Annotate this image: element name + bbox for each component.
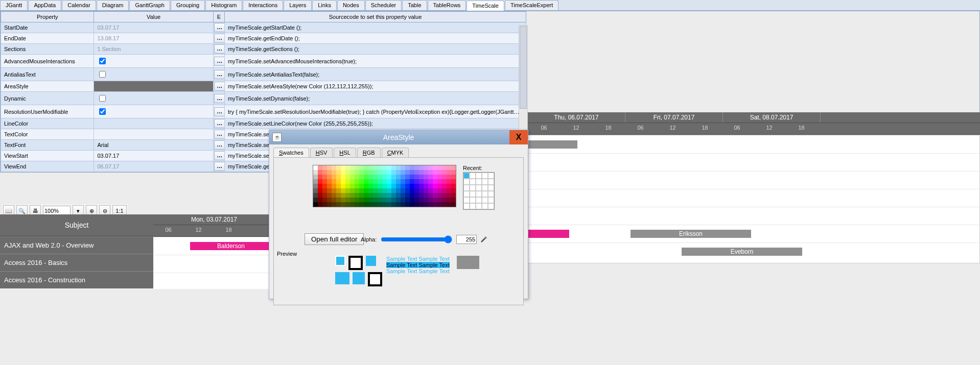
swatch[interactable] xyxy=(451,188,456,193)
swatch[interactable] xyxy=(327,184,332,188)
swatch[interactable] xyxy=(387,179,391,184)
swatch[interactable] xyxy=(332,193,336,198)
swatch[interactable] xyxy=(410,193,414,198)
value-checkbox[interactable] xyxy=(99,108,106,115)
swatch[interactable] xyxy=(391,193,396,198)
tab-links[interactable]: Links xyxy=(312,0,337,10)
swatch[interactable] xyxy=(364,198,368,202)
recent-swatches[interactable] xyxy=(463,172,495,210)
swatch[interactable] xyxy=(318,184,322,188)
swatch[interactable] xyxy=(382,202,387,207)
recent-swatch[interactable] xyxy=(488,173,494,179)
swatch[interactable] xyxy=(345,170,350,175)
swatch[interactable] xyxy=(355,179,359,184)
swatch[interactable] xyxy=(368,165,373,170)
swatch[interactable] xyxy=(341,170,345,175)
swatch[interactable] xyxy=(359,165,364,170)
swatch[interactable] xyxy=(318,175,322,179)
swatch[interactable] xyxy=(433,175,437,179)
swatch[interactable] xyxy=(359,179,364,184)
edit-button[interactable]: … xyxy=(214,151,225,160)
swatch[interactable] xyxy=(447,202,451,207)
swatch[interactable] xyxy=(382,170,387,175)
swatch[interactable] xyxy=(451,202,456,207)
swatch[interactable] xyxy=(364,184,368,188)
swatch[interactable] xyxy=(433,170,437,175)
swatch[interactable] xyxy=(336,165,341,170)
swatch[interactable] xyxy=(350,193,355,198)
col-value[interactable]: Value xyxy=(94,12,213,22)
gantt-subject-row[interactable]: AJAX and Web 2.0 - Overview xyxy=(0,236,153,254)
swatch[interactable] xyxy=(322,165,327,170)
swatch[interactable] xyxy=(364,165,368,170)
swatch[interactable] xyxy=(318,193,322,198)
swatch[interactable] xyxy=(387,193,391,198)
tab-table[interactable]: Table xyxy=(402,0,427,10)
edit-button[interactable]: … xyxy=(214,107,225,116)
swatch[interactable] xyxy=(424,184,428,188)
property-value[interactable]: 1 Section xyxy=(94,44,213,55)
swatch[interactable] xyxy=(368,198,373,202)
swatch[interactable] xyxy=(318,165,322,170)
swatch[interactable] xyxy=(318,198,322,202)
swatch[interactable] xyxy=(396,193,401,198)
swatch[interactable] xyxy=(355,188,359,193)
swatch[interactable] xyxy=(428,202,433,207)
swatch[interactable] xyxy=(345,184,350,188)
swatch[interactable] xyxy=(364,193,368,198)
swatch[interactable] xyxy=(355,165,359,170)
swatch[interactable] xyxy=(451,198,456,202)
edit-button[interactable]: … xyxy=(214,44,225,54)
swatch[interactable] xyxy=(401,165,405,170)
dialog-titlebar[interactable]: ☕ AreaStyle X xyxy=(269,130,528,144)
swatch[interactable] xyxy=(313,198,318,202)
swatch[interactable] xyxy=(433,165,437,170)
swatch[interactable] xyxy=(313,193,318,198)
swatch[interactable] xyxy=(313,165,318,170)
recent-swatch[interactable] xyxy=(488,197,494,203)
property-row[interactable]: AreaStyle…myTimeScale.setAreaStyle(new C… xyxy=(1,81,526,92)
recent-swatch[interactable] xyxy=(470,185,476,191)
recent-swatch[interactable] xyxy=(482,173,488,179)
value-checkbox[interactable] xyxy=(99,58,106,64)
gantt-subject-row[interactable]: Access 2016 - Basics xyxy=(0,254,153,271)
swatch[interactable] xyxy=(322,193,327,198)
swatch[interactable] xyxy=(350,179,355,184)
swatch[interactable] xyxy=(424,179,428,184)
swatch[interactable] xyxy=(368,184,373,188)
swatch[interactable] xyxy=(359,193,364,198)
swatch[interactable] xyxy=(451,193,456,198)
swatch[interactable] xyxy=(336,202,341,207)
recent-swatch[interactable] xyxy=(470,197,476,203)
swatch[interactable] xyxy=(414,165,419,170)
swatch[interactable] xyxy=(378,188,382,193)
swatch[interactable] xyxy=(373,170,378,175)
swatch[interactable] xyxy=(424,198,428,202)
property-value[interactable]: 06.07.17 xyxy=(94,161,213,172)
swatch[interactable] xyxy=(410,175,414,179)
swatch[interactable] xyxy=(428,170,433,175)
recent-swatch[interactable] xyxy=(488,179,494,185)
swatch[interactable] xyxy=(405,193,410,198)
swatch[interactable] xyxy=(419,165,424,170)
swatch[interactable] xyxy=(382,179,387,184)
swatch[interactable] xyxy=(364,175,368,179)
tab-tablerows[interactable]: TableRows xyxy=(428,0,466,10)
swatch[interactable] xyxy=(322,170,327,175)
swatch[interactable] xyxy=(424,202,428,207)
recent-swatch[interactable] xyxy=(470,203,476,209)
recent-swatch[interactable] xyxy=(470,173,476,179)
swatch[interactable] xyxy=(341,198,345,202)
tab-interactions[interactable]: Interactions xyxy=(243,0,283,10)
swatch[interactable] xyxy=(332,175,336,179)
swatch[interactable] xyxy=(350,202,355,207)
recent-swatch[interactable] xyxy=(476,179,482,185)
swatch[interactable] xyxy=(345,202,350,207)
alpha-value[interactable] xyxy=(456,235,477,244)
swatch[interactable] xyxy=(332,170,336,175)
swatch[interactable] xyxy=(345,198,350,202)
swatch[interactable] xyxy=(327,170,332,175)
swatch[interactable] xyxy=(313,184,318,188)
swatch[interactable] xyxy=(355,170,359,175)
swatch[interactable] xyxy=(396,170,401,175)
